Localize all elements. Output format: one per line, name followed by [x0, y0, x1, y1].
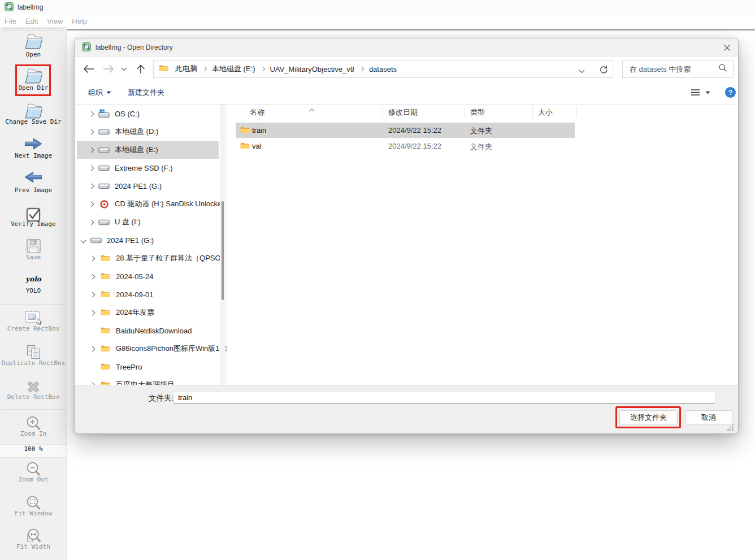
expander[interactable] — [79, 238, 87, 242]
tree-item-2024年发票[interactable]: 2024年发票 — [75, 303, 227, 322]
nav-back-button[interactable] — [82, 63, 96, 75]
column-header-大小[interactable]: 大小 — [538, 107, 553, 118]
tree-item-label: 2024-09-01 — [116, 290, 154, 299]
sidebar-item-label: Zoom In — [0, 430, 67, 437]
tree-item-label: 2024年发票 — [116, 307, 154, 318]
tree-item-2024-pe1-g[interactable]: 2024 PE1 (G:) — [75, 177, 227, 195]
tree-item-g86icons8pichon图标库win版135[interactable]: G86icons8Pichon图标库Win版135 — [75, 340, 227, 358]
menu-edit[interactable]: Edit — [21, 17, 42, 25]
folder-icon — [99, 290, 111, 298]
search-box — [622, 60, 734, 78]
breadcrumb-item-本地磁盘-e[interactable]: 本地磁盘 (E:) — [207, 64, 260, 74]
column-header-类型[interactable]: 类型 — [470, 107, 485, 118]
fit-width-icon — [0, 528, 67, 544]
tree-item-28-基于量子粒子群算法-qpso-优[interactable]: 28.基于量子粒子群算法（QPSO）优 — [75, 249, 227, 267]
file-date: 2024/9/22 15:22 — [388, 142, 441, 150]
tree-item-treepro[interactable]: TreePro — [75, 358, 227, 376]
expander[interactable] — [88, 311, 96, 315]
expander[interactable] — [88, 293, 96, 297]
chevron-right-icon — [88, 219, 94, 225]
tree-item-baidunetdiskdownload[interactable]: BaiduNetdiskDownload — [75, 322, 227, 340]
expander[interactable] — [87, 202, 95, 206]
organize-label: 组织 — [88, 88, 103, 98]
breadcrumb-item-此电脑[interactable]: 此电脑 — [171, 64, 202, 74]
tree-scrollbar-thumb[interactable] — [222, 201, 224, 300]
tree-item-本地磁盘-d[interactable]: 本地磁盘 (D:) — [75, 123, 227, 141]
tree-item-u-盘-i[interactable]: U 盘 (I:) — [75, 213, 227, 231]
expander[interactable] — [87, 220, 95, 224]
menu-file[interactable]: File — [0, 17, 21, 25]
file-row-val[interactable]: val2024/9/22 15:22文件夹 — [227, 138, 738, 154]
tree-item-百度电大整理项目[interactable]: 百度电大整理项目 — [75, 376, 227, 385]
nav-forward-button[interactable] — [102, 63, 115, 75]
breadcrumb-item-uav-militaryobjective-v8[interactable]: UAV_MilitaryObjective_v8 — [266, 65, 359, 73]
chevron-right-icon — [89, 346, 95, 351]
resize-grip[interactable] — [732, 424, 734, 426]
new-folder-button[interactable]: 新建文件夹 — [128, 88, 164, 98]
expander[interactable] — [88, 257, 96, 261]
nav-recent-button[interactable] — [120, 67, 128, 72]
column-divider[interactable] — [383, 106, 383, 118]
refresh-button[interactable] — [598, 65, 608, 76]
folder-icon — [99, 363, 111, 371]
tree-scrollbar[interactable] — [220, 105, 225, 385]
zoom-in-icon — [0, 415, 67, 432]
chevron-right-icon — [89, 255, 95, 261]
arrow-left-icon — [82, 63, 96, 75]
arrow-left-icon — [0, 171, 67, 184]
tree-item-2024-09-01[interactable]: 2024-09-01 — [75, 285, 227, 303]
file-row-train[interactable]: train2024/9/22 15:22文件夹 — [227, 123, 738, 138]
drive-icon — [98, 147, 110, 153]
expander[interactable] — [88, 275, 96, 279]
chevron-right-icon — [88, 147, 94, 153]
column-divider[interactable] — [576, 106, 577, 118]
sidebar-item-label: Zoom Out — [0, 476, 67, 483]
sidebar-item-label: Fit Window — [0, 510, 67, 517]
search-icon[interactable] — [718, 63, 727, 75]
folder-icon — [99, 327, 111, 335]
folder-icon — [99, 272, 111, 280]
toolbar-drag-handle[interactable] — [2, 28, 64, 31]
folder-icon — [159, 64, 168, 74]
view-options-button[interactable] — [691, 89, 710, 96]
tree-item-2024-05-24[interactable]: 2024-05-24 — [75, 267, 227, 285]
tree-item-本地磁盘-e[interactable]: 本地磁盘 (E:) — [75, 141, 227, 159]
tree-item-extreme-ssd-f[interactable]: Extreme SSD (F:) — [75, 159, 227, 177]
tree-item-label: Extreme SSD (F:) — [115, 164, 173, 172]
nav-up-button[interactable] — [134, 63, 147, 75]
tree-item-label: 28.基于量子粒子群算法（QPSO）优 — [116, 253, 227, 263]
address-dropdown-button[interactable] — [578, 67, 585, 76]
drive-icon — [98, 165, 110, 171]
column-divider[interactable] — [465, 106, 465, 118]
expander[interactable] — [87, 184, 95, 188]
annotation-box-select-folder — [615, 406, 681, 428]
expander[interactable] — [87, 166, 95, 170]
tree-item-os-c[interactable]: OS (C:) — [75, 105, 227, 123]
menu-view[interactable]: View — [42, 17, 67, 25]
sidebar-separator — [1, 304, 66, 305]
annotation-box-open-dir — [15, 64, 51, 96]
organize-button[interactable]: 组织 — [88, 88, 111, 98]
expander[interactable] — [88, 347, 96, 351]
search-input[interactable] — [628, 64, 718, 74]
dialog-close-button[interactable] — [717, 38, 736, 57]
help-button[interactable]: ? — [725, 87, 736, 98]
sort-ascending-icon — [308, 105, 315, 115]
tree-item-2024-pe1-g[interactable]: 2024 PE1 (G:) — [75, 231, 227, 249]
column-divider[interactable] — [532, 106, 533, 118]
chevron-down-icon — [120, 67, 128, 72]
cancel-button[interactable]: 取消 — [685, 410, 732, 424]
column-header-修改日期[interactable]: 修改日期 — [388, 107, 418, 118]
expander[interactable] — [87, 130, 95, 134]
chevron-right-icon — [88, 183, 94, 189]
folder-open-icon — [0, 33, 67, 50]
tree-item-cd-驱动器-h-sandisk-unlocker[interactable]: CD 驱动器 (H:) SanDisk Unlocker — [75, 195, 227, 213]
expander[interactable] — [87, 112, 95, 116]
sidebar-item-label: Fit Width — [0, 543, 67, 550]
caret-down-icon — [705, 91, 710, 94]
breadcrumb-item-datasets[interactable]: datasets — [365, 65, 401, 73]
column-header-名称[interactable]: 名称 — [250, 107, 264, 118]
folder-name-input[interactable] — [173, 391, 715, 404]
menu-help[interactable]: Help — [67, 17, 92, 25]
expander[interactable] — [87, 148, 95, 152]
